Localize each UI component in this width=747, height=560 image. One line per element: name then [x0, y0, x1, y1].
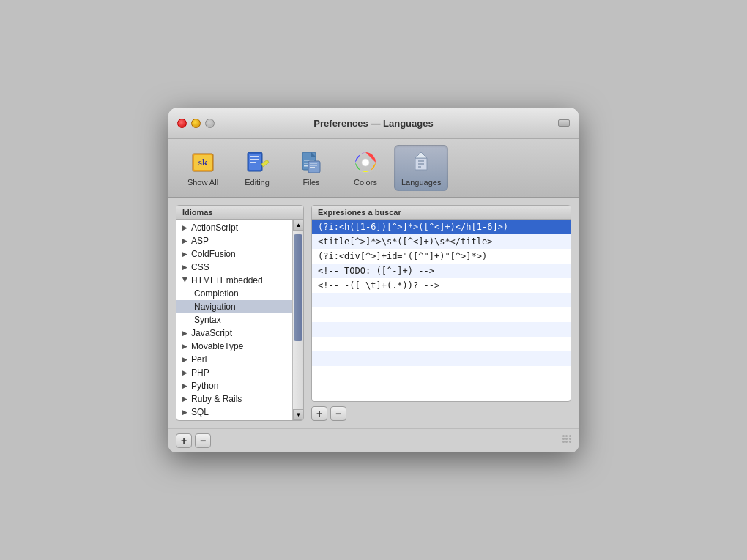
scroll-track[interactable] — [293, 231, 303, 409]
expand-icon: ▶ — [182, 395, 188, 403]
tree-item-syntax[interactable]: Syntax — [176, 313, 292, 326]
tree-item-label: PHP — [191, 367, 209, 378]
resize-button[interactable] — [558, 119, 570, 127]
zoom-button[interactable] — [205, 119, 215, 128]
expand-icon: ▶ — [182, 250, 188, 258]
tree-item-label: Syntax — [194, 315, 221, 325]
expression-row[interactable]: (?i:<h([1-6])[^>]*>([^<]+)</h[1-6]>) — [312, 220, 571, 234]
expand-icon: ▶ — [182, 356, 188, 363]
expand-icon: ▶ — [182, 277, 189, 283]
bottom-bar: + − — [168, 428, 579, 452]
tree-item-javascript[interactable]: ▶ JavaScript — [176, 326, 292, 340]
tree-item-label: Python — [191, 381, 218, 391]
scroll-up-button[interactable]: ▲ — [293, 220, 303, 231]
close-button[interactable] — [177, 119, 187, 128]
svg-rect-11 — [304, 160, 314, 161]
add-expression-button[interactable]: + — [311, 406, 327, 421]
expand-icon: ▶ — [182, 408, 188, 416]
tree-item-css[interactable]: ▶ CSS — [176, 261, 292, 274]
expressions-box: Expresiones a buscar (?i:<h([1-6])[^>]*>… — [311, 205, 571, 402]
scroll-thumb[interactable] — [294, 234, 302, 341]
tree-item-perl[interactable]: ▶ Perl — [176, 353, 292, 366]
add-language-button[interactable]: + — [176, 433, 192, 448]
languages-label: Languages — [401, 178, 441, 187]
expand-icon: ▶ — [182, 237, 188, 244]
expression-empty-5 — [312, 351, 571, 366]
expression-row[interactable]: <title[^>]*>\s*([^<]+)\s*</title> — [312, 234, 571, 249]
toolbar-editing[interactable]: Editing — [231, 145, 283, 191]
expand-icon: ▶ — [182, 264, 188, 271]
toolbar-languages[interactable]: Languages — [394, 145, 448, 191]
resize-grip — [562, 435, 571, 444]
expression-empty-2 — [312, 307, 571, 322]
scroll-down-button[interactable]: ▼ — [293, 409, 303, 420]
tree-item-sql[interactable]: ▶ SQL — [176, 406, 292, 419]
tree-item-label: Ruby & Rails — [191, 394, 242, 404]
tree-item-label: ColdFusion — [191, 249, 236, 259]
tree-item-movabletype[interactable]: ▶ MovableType — [176, 340, 292, 353]
expression-row[interactable]: (?i:<div[^>]+id="([^"]+)"[^>]*>) — [312, 249, 571, 264]
window-title: Preferences — Languages — [313, 118, 433, 129]
editing-label: Editing — [245, 178, 270, 187]
toolbar-colors[interactable]: Colors — [340, 145, 391, 191]
tree-item-label: MovableType — [191, 341, 243, 351]
expression-empty-6 — [312, 366, 571, 381]
expression-row[interactable]: <!-- -([ \t]+(.*))? --> — [312, 278, 571, 293]
tree-item-coldfusion[interactable]: ▶ ColdFusion — [176, 247, 292, 261]
colors-icon — [352, 149, 379, 176]
tree-item-label: HTML+Embedded — [191, 275, 263, 285]
show-all-icon: sk — [190, 149, 216, 176]
language-tree-panel: Idiomas ▶ ActionScript ▶ ASP ▶ ColdFusio… — [176, 205, 304, 421]
right-panel: Expresiones a buscar (?i:<h([1-6])[^>]*>… — [311, 205, 571, 421]
tree-item-label: SQL — [191, 407, 209, 417]
minimize-button[interactable] — [191, 119, 201, 128]
svg-text:sk: sk — [198, 157, 208, 168]
tree-item-label: Perl — [191, 354, 207, 365]
files-label: Files — [302, 178, 319, 187]
tree-item-php[interactable]: ▶ PHP — [176, 366, 292, 379]
left-panel-header: Idiomas — [176, 206, 303, 220]
tree-item-asp[interactable]: ▶ ASP — [176, 234, 292, 247]
expression-row[interactable]: <!-- TODO: ([^-]+) --> — [312, 264, 571, 278]
tree-item-label: Completion — [194, 288, 239, 299]
expand-icon: ▶ — [182, 369, 188, 376]
colors-label: Colors — [354, 178, 377, 187]
show-all-label: Show All — [187, 178, 218, 187]
tree-item-completion[interactable]: Completion — [176, 287, 292, 300]
titlebar: Preferences — Languages — [168, 108, 579, 139]
expression-empty-3 — [312, 322, 571, 337]
tree-item-label: ActionScript — [191, 223, 238, 233]
tree-item-label: JavaScript — [191, 328, 232, 338]
expand-icon: ▶ — [182, 382, 188, 389]
remove-expression-button[interactable]: − — [330, 406, 346, 421]
tree-item-ruby-rails[interactable]: ▶ Ruby & Rails — [176, 392, 292, 406]
toolbar: sk Show All Editing — [168, 139, 579, 198]
svg-rect-16 — [310, 165, 317, 166]
svg-rect-17 — [310, 167, 315, 168]
svg-point-19 — [362, 159, 369, 166]
expand-icon: ▶ — [182, 329, 188, 337]
expression-empty-1 — [312, 293, 571, 307]
tree-item-actionscript[interactable]: ▶ ActionScript — [176, 221, 292, 234]
toolbar-show-all[interactable]: sk Show All — [177, 145, 228, 191]
main-content: Idiomas ▶ ActionScript ▶ ASP ▶ ColdFusio… — [168, 198, 579, 428]
remove-language-button[interactable]: − — [195, 433, 211, 448]
traffic-lights — [177, 119, 215, 128]
toolbar-files[interactable]: Files — [286, 145, 337, 191]
tree-item-navigation[interactable]: Navigation — [176, 300, 292, 313]
tree-item-label: ASP — [191, 236, 209, 246]
expression-empty-4 — [312, 337, 571, 351]
expressions-header: Expresiones a buscar — [312, 206, 571, 220]
expand-icon: ▶ — [182, 343, 188, 350]
tree-list: ▶ ActionScript ▶ ASP ▶ ColdFusion ▶ CSS — [176, 220, 292, 420]
expand-icon: ▶ — [182, 224, 188, 231]
tree-item-python[interactable]: ▶ Python — [176, 379, 292, 392]
left-panel-inner: ▶ ActionScript ▶ ASP ▶ ColdFusion ▶ CSS — [176, 220, 303, 420]
preferences-window: Preferences — Languages sk Show All — [168, 108, 579, 452]
expression-buttons: + − — [311, 406, 571, 421]
editing-icon — [244, 149, 270, 176]
svg-rect-15 — [310, 163, 317, 164]
tree-item-html-embedded[interactable]: ▶ HTML+Embedded — [176, 274, 292, 287]
tree-scrollbar[interactable]: ▲ ▼ — [292, 220, 303, 420]
languages-icon — [408, 149, 434, 176]
